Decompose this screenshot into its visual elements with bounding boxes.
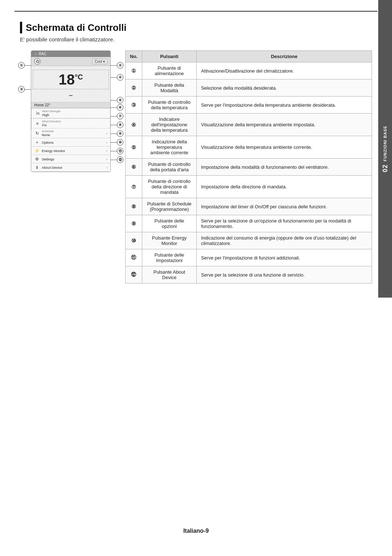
table-cell-button: Pulsante di Schedule (Programmazione) — [142, 198, 196, 215]
table-row: ⑫Pulsante About DeviceServe per la selez… — [126, 266, 372, 283]
schedule-icon: ↻ — [34, 130, 40, 136]
table-row: ①Pulsante di alimentazioneAttivazione/Di… — [126, 62, 372, 79]
table-row: ⑧Pulsante di Schedule (Programmazione)Im… — [126, 198, 372, 215]
callout-3: ③ — [18, 86, 31, 93]
page-number: Italiano-9 — [183, 528, 209, 534]
table-cell-button: Pulsante delle Impostazioni — [142, 249, 196, 266]
callout-2: ② — [110, 62, 123, 69]
settings-icon: ⚙ — [34, 156, 40, 162]
table-cell-num: ⑧ — [126, 198, 142, 215]
table-cell-num: ① — [126, 62, 142, 79]
table-row: ④Indicatore dell'impostazione della temp… — [126, 114, 372, 136]
table-cell-button: Pulsante delle opzioni — [142, 215, 196, 232]
table-cell-num: ⑪ — [126, 249, 142, 266]
phone-schedule-item[interactable]: ↻ Schedule None › — [31, 128, 110, 138]
table-cell-desc: Visualizzazione della temperatura ambien… — [196, 136, 372, 159]
callout-5: ⑤ — [110, 97, 123, 103]
callout-9: ⑨ — [110, 130, 123, 137]
energy-monitor-icon: ⚡ — [34, 148, 40, 154]
phone-power-button[interactable]: ⏻ — [34, 58, 41, 65]
phone-home-row: Home 22° — [31, 102, 110, 108]
table-cell-desc: Serve per la selezione di un'opzione di … — [196, 215, 372, 232]
table-cell-num: ⑨ — [126, 215, 142, 232]
table-cell-desc: Serve per l'impostazione della temperatu… — [196, 97, 372, 114]
title-accent — [20, 22, 22, 33]
phone-mode-row: ⏻ Cool ▾ — [31, 57, 110, 66]
callout-10: ⑩ — [110, 139, 123, 146]
table-cell-desc: Impostazione del timer di On/Off per cia… — [196, 198, 372, 215]
table-cell-desc: Selezione della modalità desiderata. — [196, 79, 372, 97]
table-cell-desc: Visualizzazione della temperatura ambien… — [196, 114, 372, 136]
callout-4: ④ — [110, 74, 123, 81]
content-area: ① ② ③ ④ — [20, 50, 372, 283]
table-cell-desc: Impostazione della direzione di mandata. — [196, 176, 372, 198]
callout-6: ⑥ — [110, 104, 123, 111]
table-cell-button: Pulsante Energy Monitor — [142, 232, 196, 249]
section-subtitle: E' possibile controllare il climatizzato… — [20, 36, 372, 42]
callout-1: ① — [18, 62, 31, 69]
table-cell-button: Indicazione della temperatura ambiente c… — [142, 136, 196, 159]
table-cell-button: Pulsante di alimentazione — [142, 62, 196, 79]
table-cell-button: Pulsante About Device — [142, 266, 196, 283]
table-container: No. Pulsanti Descrizione ①Pulsante di al… — [125, 50, 372, 283]
phone-options-item[interactable]: + Options › — [31, 138, 110, 147]
table-cell-num: ⑦ — [126, 176, 142, 198]
col-descrizione-header: Descrizione — [196, 51, 372, 62]
phone-mode-label[interactable]: Cool ▾ — [92, 59, 107, 64]
table-cell-desc: Serve per l'impostazione di funzioni add… — [196, 249, 372, 266]
table-cell-desc: Attivazione/Disattivazione del climatizz… — [196, 62, 372, 79]
phone-about-device-item[interactable]: ℹ About Device › — [31, 163, 110, 172]
phone-mockup: ① ② ③ ④ — [31, 50, 111, 172]
col-pulsanti-header: Pulsanti — [142, 51, 196, 62]
table-cell-num: ⑥ — [126, 159, 142, 176]
table-cell-num: ② — [126, 79, 142, 97]
phone-area: ① ② ③ ④ — [20, 50, 114, 173]
table-cell-desc: Serve per la selezione di una funzione d… — [196, 266, 372, 283]
table-row: ②Pulsante della ModalitàSelezione della … — [126, 79, 372, 97]
phone-temp-section: 18°C − — [31, 66, 110, 102]
table-cell-button: Pulsante di controllo della portata d'ar… — [142, 159, 196, 176]
callout-7: ⑦ — [110, 113, 123, 119]
phone-temp-display: 18°C — [34, 71, 107, 87]
table-row: ③Pulsante di controllo della temperatura… — [126, 97, 372, 114]
table-row: ⑩Pulsante Energy MonitorIndicazione del … — [126, 232, 372, 249]
table-row: ⑨Pulsante delle opzioniServe per la sele… — [126, 215, 372, 232]
table-row: ⑥Pulsante di controllo della portata d'a… — [126, 159, 372, 176]
table-cell-button: Pulsante di controllo della temperatura — [142, 97, 196, 114]
phone-wind-strength-item[interactable]: 🌬 Wind Strength High — [31, 108, 110, 118]
info-table: No. Pulsanti Descrizione ①Pulsante di al… — [125, 50, 372, 283]
sidebar-right: 02 FUNZIONI BASE — [378, 0, 392, 298]
table-cell-num: ④ — [126, 114, 142, 136]
table-row: ⑤Indicazione della temperatura ambiente … — [126, 136, 372, 159]
phone-header-text: ← RAC — [34, 52, 46, 56]
table-cell-button: Pulsante di controllo della direzione di… — [142, 176, 196, 198]
sidebar-label: 02 FUNZIONI BASE — [381, 126, 389, 172]
phone-mockup-frame: ← RAC ⏻ Cool ▾ 18°C — [31, 50, 111, 172]
table-cell-desc: Indicazione del consumo di energia (oppu… — [196, 232, 372, 249]
phone-wind-direction-item[interactable]: ≡ Wind Direction Fix — [31, 118, 110, 128]
main-content: Schermata di Controlli E' possibile cont… — [20, 22, 372, 283]
page-border-top — [15, 11, 377, 12]
table-cell-num: ⑫ — [126, 266, 142, 283]
about-device-icon: ℹ — [34, 164, 40, 170]
callout-12: ⑫ — [110, 156, 123, 163]
table-cell-num: ③ — [126, 97, 142, 114]
callout-8: ⑧ — [110, 122, 123, 128]
phone-minus-button[interactable]: − — [31, 91, 110, 101]
table-row: ⑦Pulsante di controllo della direzione d… — [126, 176, 372, 198]
table-cell-button: Indicatore dell'impostazione della tempe… — [142, 114, 196, 136]
col-no-header: No. — [126, 51, 142, 62]
table-cell-button: Pulsante della Modalità — [142, 79, 196, 97]
table-cell-desc: Impostazione della modalità di funzionam… — [196, 159, 372, 176]
phone-header: ← RAC — [31, 51, 110, 57]
phone-settings-item[interactable]: ⚙ Settings › — [31, 155, 110, 163]
table-row: ⑪Pulsante delle ImpostazioniServe per l'… — [126, 249, 372, 266]
section-title: Schermata di Controlli — [26, 22, 126, 33]
wind-direction-icon: ≡ — [34, 120, 40, 126]
section-title-bar: Schermata di Controlli — [20, 22, 372, 33]
table-cell-num: ⑤ — [126, 136, 142, 159]
phone-energy-monitor-item[interactable]: ⚡ Energy Monitor › — [31, 147, 110, 155]
options-icon: + — [34, 139, 40, 145]
phone-home-label: Home 22° — [34, 103, 50, 107]
callout-11: ⑪ — [110, 148, 123, 154]
